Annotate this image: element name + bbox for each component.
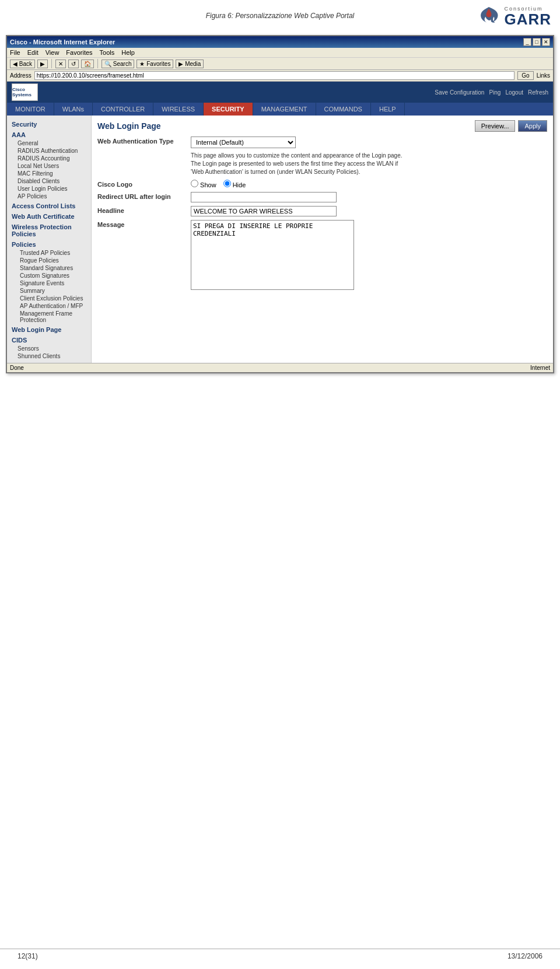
message-row: Message SI PREGA DI INSERIRE LE PROPRIE … [97,220,547,290]
sidebar-sig-events[interactable]: Signature Events [7,279,91,287]
page-title: Web Login Page [97,121,161,131]
sidebar-summary[interactable]: Summary [7,287,91,295]
toolbar-sep1 [51,59,52,68]
media-btn[interactable]: ▶ Media [176,60,204,68]
cisco-logo-radio-group: Show Hide [191,180,547,188]
sidebar-security-title: Security [7,118,91,129]
cisco-sidebar: Security AAA General RADIUS Authenticati… [7,116,92,363]
menu-help[interactable]: Help [121,49,135,56]
browser-titlebar: Cisco - Microsoft Internet Explorer _ □ … [7,36,553,48]
doc-footer: 12(31) 13/12/2006 [0,949,560,963]
hide-radio[interactable] [223,180,231,187]
stop-btn[interactable]: ✕ [55,60,66,68]
tab-wlans[interactable]: WLANs [54,103,93,116]
garr-logo: Consortium GARR [477,5,551,28]
tab-controller[interactable]: CONTROLLER [93,103,153,116]
sidebar-item-radius-auth[interactable]: RADIUS Authentication [7,147,91,155]
sidebar-web-login-title[interactable]: Web Login Page [7,324,91,334]
address-input[interactable] [34,71,515,80]
tab-management[interactable]: MANAGEMENT [253,103,316,116]
auth-type-label: Web Authentication Type [97,137,191,145]
tab-monitor[interactable]: MONITOR [7,103,54,116]
garr-text: Consortium GARR [504,6,551,27]
sidebar-acl-title[interactable]: Access Control Lists [7,200,91,211]
sidebar-item-ap-policies[interactable]: AP Policies [7,193,91,200]
cisco-logo-control: Show Hide [191,180,547,188]
back-btn[interactable]: ◀ Back [10,60,35,68]
favorites-btn[interactable]: ★ Favorites [136,60,173,68]
browser-menubar: File Edit View Favorites Tools Help [7,48,553,58]
message-textarea[interactable]: SI PREGA DI INSERIRE LE PROPRIE CREDENZI… [191,220,354,290]
headline-row: Headline [97,206,547,216]
headline-input[interactable] [191,206,337,216]
search-btn[interactable]: 🔍 Search [102,60,134,68]
sidebar-web-cert-title[interactable]: Web Auth Certificate [7,211,91,221]
redirect-url-input[interactable] [191,192,337,202]
sidebar-shunned[interactable]: Shunned Clients [7,352,91,360]
tab-commands[interactable]: COMMANDS [316,103,371,116]
tab-wireless[interactable]: WIRELESS [153,103,204,116]
sidebar-custom-sig[interactable]: Custom Signatures [7,272,91,279]
headline-label: Headline [97,206,191,214]
garr-bird-icon [477,5,501,28]
browser-addressbar: Address Go Links [7,70,553,82]
auth-type-select[interactable]: Internal (Default) Customized External [191,137,296,148]
redirect-url-row: Redirect URL after login [97,192,547,202]
message-label: Message [97,220,191,228]
logout-link[interactable]: Logout [505,89,523,96]
links-label[interactable]: Links [537,72,550,79]
sidebar-mgmt-frame[interactable]: Management Frame Protection [7,310,91,324]
content-header: Web Login Page Preview... Apply [97,120,547,132]
home-btn[interactable]: 🏠 [81,60,94,68]
refresh-link[interactable]: Refresh [528,89,548,96]
cisco-content-area: Web Login Page Preview... Apply Web Auth… [92,116,553,363]
sidebar-ap-auth[interactable]: AP Authentication / MFP [7,302,91,310]
cisco-interface: Cisco Systems Save Configuration Ping Lo… [7,82,553,372]
sidebar-item-local-users[interactable]: Local Net Users [7,162,91,170]
sidebar-item-user-login[interactable]: User Login Policies [7,185,91,193]
cisco-logo-label: Cisco Logo [97,180,191,188]
sidebar-policies-title: Policies [7,239,91,249]
sidebar-item-general[interactable]: General [7,139,91,147]
browser-window: Cisco - Microsoft Internet Explorer _ □ … [6,35,554,373]
sidebar-rogue[interactable]: Rogue Policies [7,257,91,264]
show-radio[interactable] [191,180,198,187]
go-button[interactable]: Go [517,71,533,80]
info-text: This page allows you to customize the co… [191,152,412,176]
footer-page-info: 12(31) [18,952,38,960]
sidebar-std-sig[interactable]: Standard Signatures [7,264,91,272]
forward-btn[interactable]: ▶ [37,60,48,68]
ping-link[interactable]: Ping [489,89,501,96]
internet-zone: Internet [530,365,550,371]
tab-security[interactable]: SECURITY [204,103,253,116]
menu-view[interactable]: View [46,49,60,56]
browser-toolbar: ◀ Back ▶ ✕ ↺ 🏠 🔍 Search ★ Favorites ▶ Me… [7,58,553,70]
cisco-logo: Cisco Systems [12,83,38,101]
sidebar-trusted-ap[interactable]: Trusted AP Policies [7,249,91,257]
preview-button[interactable]: Preview... [475,120,516,132]
maximize-btn[interactable]: □ [533,38,541,46]
sidebar-item-mac-filtering[interactable]: MAC Filtering [7,170,91,177]
tab-help[interactable]: HELP [371,103,405,116]
minimize-btn[interactable]: _ [523,38,531,46]
info-label-spacer [97,152,191,153]
save-config-link[interactable]: Save Configuration [435,89,484,96]
message-control: SI PREGA DI INSERIRE LE PROPRIE CREDENZI… [191,220,547,290]
menu-edit[interactable]: Edit [27,49,38,56]
show-radio-label: Show [191,180,216,188]
sidebar-sensors[interactable]: Sensors [7,345,91,352]
toolbar-sep2 [97,59,98,68]
menu-favorites[interactable]: Favorites [66,49,92,56]
menu-tools[interactable]: Tools [100,49,115,56]
sidebar-cids-title: CIDS [7,334,91,345]
sidebar-item-disabled-clients[interactable]: Disabled Clients [7,177,91,185]
close-btn[interactable]: ✕ [542,38,550,46]
refresh-btn[interactable]: ↺ [68,60,79,68]
sidebar-item-radius-acct[interactable]: RADIUS Accounting [7,155,91,162]
garr-name: GARR [504,12,551,27]
browser-window-controls: _ □ ✕ [523,38,550,46]
apply-button[interactable]: Apply [518,120,547,132]
cisco-logo-row: Cisco Logo Show Hide [97,180,547,188]
sidebar-client-excl[interactable]: Client Exclusion Policies [7,295,91,302]
menu-file[interactable]: File [10,49,20,56]
